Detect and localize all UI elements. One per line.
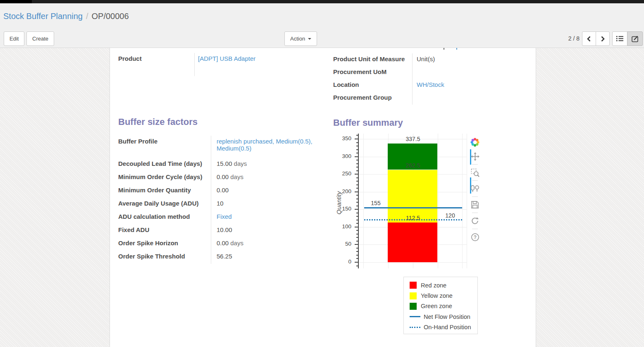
bar-yellow-zone (388, 170, 437, 223)
chevron-right-icon (600, 36, 605, 42)
y-minor-tick (356, 223, 358, 224)
box-zoom-tool-button[interactable] (470, 168, 480, 177)
create-button[interactable]: Create (26, 31, 54, 46)
action-label: Action (290, 36, 305, 42)
field-row-min-order-qty: Minimum Order Quantity 0.00 (118, 184, 329, 198)
plotly-logo-icon[interactable] (470, 137, 480, 147)
download-plot-button[interactable] (470, 200, 480, 210)
modebar-separator (472, 229, 478, 229)
yellow-zone-swatch (410, 292, 417, 299)
y-minor-tick (356, 237, 358, 238)
compare-hover-button[interactable] (470, 184, 480, 194)
product-uom-label: Product Unit of Measure (333, 53, 413, 66)
field-row-adu: Average Daily Usage (ADU) 10 (118, 198, 329, 211)
y-gridline (359, 192, 467, 192)
y-major-tick (355, 262, 358, 263)
spike-horizon-label: Order Spike Horizon (118, 237, 211, 251)
chart-annotation: 262.5 (405, 162, 420, 169)
y-axis-title: Quantity (335, 187, 342, 220)
save-icon (471, 201, 479, 209)
chevron-left-icon (587, 36, 592, 42)
compare-data-icon (470, 184, 479, 193)
y-tick-label: 150 (333, 206, 351, 212)
form-view-button[interactable] (627, 31, 643, 46)
field-row-spike-threshold: Order Spike Threshold 56.25 (118, 251, 329, 264)
y-major-tick (355, 156, 358, 157)
product-link[interactable]: [ADPT] USB Adapter (198, 55, 255, 62)
action-dropdown-button[interactable]: Action (284, 31, 317, 46)
ref-line-net-flow-position (364, 207, 462, 208)
y-major-tick (355, 209, 358, 210)
y-major-tick (355, 191, 358, 192)
y-minor-tick (356, 266, 358, 266)
help-icon: ? (471, 233, 479, 242)
y-minor-tick (356, 146, 358, 146)
chart-legend: Red zone Yellow zone Green zone Net Flow… (403, 277, 478, 334)
y-tick-label: 200 (333, 188, 351, 194)
adu-value: 10 (211, 198, 329, 207)
field-row-product-uom: Product Unit of Measure Unit(s) (333, 53, 527, 66)
legend-item-red-zone[interactable]: Red zone (410, 280, 477, 290)
box-zoom-icon (471, 168, 479, 177)
legend-label: Red zone (421, 282, 446, 289)
min-order-cycle-label: Minimum Order Cycle (days) (118, 171, 211, 184)
bar-green-zone (388, 144, 437, 170)
pan-icon (471, 152, 479, 161)
procurement-group-label: Procurement Group (333, 92, 413, 105)
dlt-label: Decoupled Lead Time (days) (118, 158, 211, 171)
clipped-row-fragment (444, 48, 444, 50)
spike-horizon-value: 0.00 (217, 239, 229, 246)
location-link[interactable]: WH/Stock (417, 81, 444, 88)
legend-item-net-flow[interactable]: Net Flow Position (410, 311, 477, 322)
ref-line-on-hand-position (364, 219, 462, 220)
clipped-row-fragment (456, 48, 457, 50)
adu-method-label: ADU calculation method (118, 211, 211, 224)
field-row-procurement-uom: Procurement UoM (333, 66, 527, 79)
list-view-button[interactable] (612, 31, 627, 46)
min-order-qty-value: 0.00 (211, 184, 329, 194)
legend-item-on-hand[interactable]: On-Hand Position (410, 322, 477, 333)
y-minor-tick (356, 220, 358, 220)
y-minor-tick (356, 167, 358, 168)
chart-annotation: 112.5 (406, 215, 420, 221)
field-row-fixed-adu: Fixed ADU 10.00 (118, 224, 329, 237)
legend-label: On-Hand Position (424, 324, 471, 330)
reset-axes-button[interactable] (470, 216, 480, 226)
buffer-profile-link[interactable]: replenish purchased, Medium(0.5), Medium… (217, 138, 312, 152)
help-button[interactable]: ? (470, 232, 480, 242)
y-tick-label: 250 (333, 170, 351, 177)
edit-button[interactable]: Edit (4, 31, 24, 46)
y-minor-tick (356, 149, 358, 150)
procurement-field-group: Product Unit of Measure Unit(s) Procurem… (333, 53, 527, 105)
y-major-tick (355, 227, 358, 227)
buffer-summary-title: Buffer summary (333, 117, 403, 128)
field-row-spike-horizon: Order Spike Horizon 0.00days (118, 237, 329, 251)
y-minor-tick (356, 216, 358, 217)
y-minor-tick (356, 135, 358, 136)
adu-method-link[interactable]: Fixed (217, 213, 232, 220)
legend-item-green-zone[interactable]: Green zone (410, 301, 477, 311)
breadcrumb: Stock Buffer Planning/OP/00006 (3, 12, 129, 21)
pager-counter: 2 / 8 (561, 35, 580, 42)
breadcrumb-parent-link[interactable]: Stock Buffer Planning (3, 12, 83, 21)
product-label: Product (118, 53, 195, 76)
y-minor-tick (356, 163, 358, 164)
pager-next-button[interactable] (596, 31, 610, 46)
legend-item-yellow-zone[interactable]: Yellow zone (410, 290, 477, 301)
field-row-adu-method: ADU calculation method Fixed (118, 211, 329, 224)
field-row-location: Location WH/Stock (333, 79, 527, 92)
green-zone-swatch (410, 303, 417, 310)
buffer-profile-label: Buffer Profile (118, 136, 211, 158)
pager-previous-button[interactable] (582, 31, 596, 46)
y-gridline (359, 244, 467, 245)
pan-tool-button[interactable] (470, 151, 480, 161)
y-tick-label: 100 (333, 223, 351, 230)
modebar-separator (472, 164, 478, 165)
field-row-min-order-cycle: Minimum Order Cycle (days) 0.00days (118, 171, 329, 184)
x-gridline (388, 134, 389, 268)
y-major-tick (355, 244, 358, 245)
procurement-group-value (413, 92, 417, 94)
spike-threshold-label: Order Spike Threshold (118, 251, 211, 264)
field-row-buffer-profile: Buffer Profile replenish purchased, Medi… (118, 136, 329, 158)
y-major-tick (355, 174, 358, 175)
